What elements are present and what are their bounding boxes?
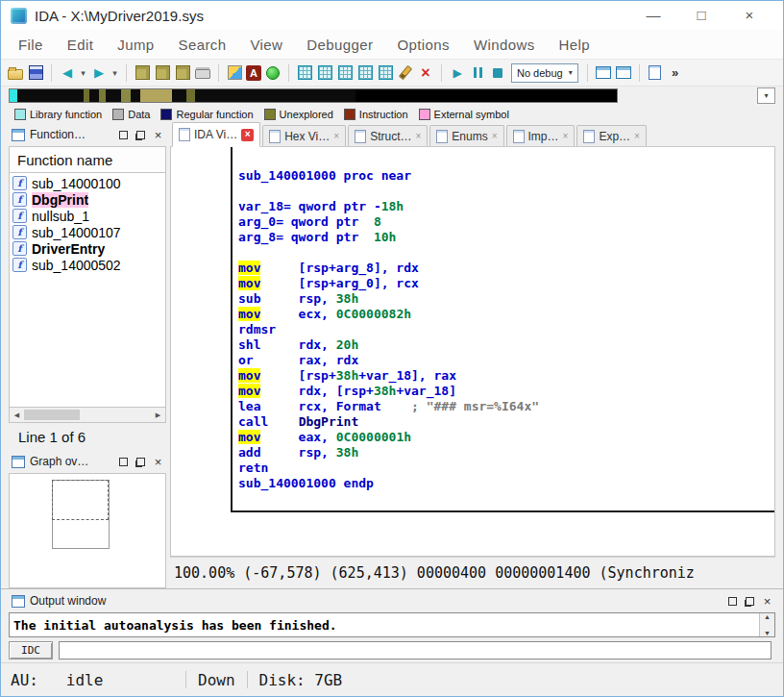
- print-icon[interactable]: [194, 64, 211, 82]
- close-button[interactable]: ×: [725, 1, 773, 30]
- idc-button[interactable]: IDC: [9, 641, 53, 660]
- scroll-thumb[interactable]: [24, 410, 80, 420]
- graph-overview-page[interactable]: [52, 480, 110, 549]
- close-icon[interactable]: ×: [153, 130, 163, 140]
- dock-icon[interactable]: [118, 457, 129, 467]
- disassembly-line[interactable]: [238, 245, 539, 261]
- disassembly-line[interactable]: arg_0= qword ptr 8: [238, 214, 539, 230]
- debugger-window-icon[interactable]: [595, 64, 612, 82]
- close-icon[interactable]: ×: [563, 131, 569, 142]
- disassembly-line[interactable]: rdmsr: [238, 322, 539, 337]
- open-enums-icon[interactable]: [336, 64, 354, 82]
- disassembly-line[interactable]: arg_8= qword ptr 10h: [238, 230, 539, 245]
- open-imports-icon[interactable]: [356, 64, 374, 82]
- open-structures-icon[interactable]: [316, 64, 333, 82]
- idc-input[interactable]: [59, 641, 772, 660]
- scroll-up-icon[interactable]: ▲: [764, 613, 771, 620]
- open-file-icon[interactable]: [7, 64, 24, 82]
- disassembly-line[interactable]: call DbgPrint: [238, 414, 539, 430]
- stop-debugger-icon[interactable]: [489, 64, 506, 82]
- color-instruction-icon[interactable]: [226, 64, 243, 82]
- scroll-right-icon[interactable]: ▶: [151, 408, 165, 422]
- scroll-left-icon[interactable]: ◀: [10, 408, 24, 422]
- tab-hexvi[interactable]: Hex Vi…×: [262, 125, 346, 146]
- close-icon[interactable]: ×: [634, 131, 640, 142]
- disassembly-line[interactable]: sub_140001000 proc near: [238, 168, 539, 184]
- menu-item-windows[interactable]: Windows: [474, 37, 535, 53]
- notepad-icon[interactable]: [647, 64, 664, 82]
- function-row[interactable]: fsub_14000502: [10, 257, 165, 273]
- close-icon[interactable]: ×: [492, 131, 498, 142]
- open-hex-view-icon[interactable]: [296, 64, 313, 82]
- disassembly-line[interactable]: mov [rsp+arg_8], rdx: [238, 261, 539, 276]
- graph-overview-viewport[interactable]: [52, 480, 109, 520]
- start-debugger-icon[interactable]: ▶: [449, 64, 466, 82]
- maximize-button[interactable]: □: [677, 1, 725, 30]
- function-row[interactable]: fDriverEntry: [10, 240, 165, 257]
- debugger-selector[interactable]: No debug▾: [511, 63, 578, 83]
- pause-debugger-icon[interactable]: [469, 64, 486, 82]
- toolbar-overflow-icon[interactable]: »: [667, 64, 684, 82]
- menu-item-edit[interactable]: Edit: [67, 37, 93, 53]
- tab-enums[interactable]: Enums×: [429, 125, 503, 146]
- output-log[interactable]: The initial autoanalysis has been finish…: [9, 612, 775, 637]
- menu-item-debugger[interactable]: Debugger: [306, 37, 373, 53]
- close-icon[interactable]: ×: [153, 457, 163, 467]
- analysis-indicator-icon[interactable]: [264, 64, 282, 82]
- function-row[interactable]: fsub_14000107: [10, 224, 165, 240]
- jump-to-address-icon[interactable]: [154, 64, 171, 82]
- disassembly-line[interactable]: mov ecx, 0C0000082h: [238, 307, 539, 322]
- disassembly-line[interactable]: mov rdx, [rsp+38h+var_18]: [238, 384, 539, 399]
- float-icon[interactable]: [135, 457, 146, 467]
- tab-struct[interactable]: Struct…×: [348, 125, 428, 146]
- function-list-column-header[interactable]: Function name: [9, 146, 166, 173]
- disassembly-line[interactable]: mov [rsp+38h+var_18], rax: [238, 368, 539, 384]
- cancel-icon[interactable]: ×: [417, 64, 434, 82]
- menu-item-help[interactable]: Help: [559, 37, 590, 53]
- save-file-icon[interactable]: [27, 64, 44, 82]
- dock-icon[interactable]: [727, 596, 738, 607]
- menu-item-file[interactable]: File: [18, 37, 43, 53]
- dock-icon[interactable]: [118, 130, 129, 140]
- navigation-band[interactable]: [9, 88, 618, 103]
- open-exports-icon[interactable]: [377, 64, 394, 82]
- tab-imp[interactable]: Imp…×: [506, 125, 576, 146]
- tab-idavi[interactable]: IDA Vi…×: [172, 122, 260, 147]
- function-row[interactable]: fDbgPrint: [10, 191, 165, 208]
- disassembly-line[interactable]: or rax, rdx: [238, 353, 539, 368]
- menu-item-view[interactable]: View: [250, 37, 282, 53]
- disassembly-line[interactable]: lea rcx, Format ; "### msr=%I64x": [238, 399, 539, 414]
- function-row[interactable]: fsub_14000100: [10, 175, 165, 191]
- menu-item-search[interactable]: Search: [179, 37, 227, 53]
- disassembly-line[interactable]: mov eax, 0C0000001h: [238, 430, 539, 445]
- scroll-down-icon[interactable]: ▼: [764, 630, 771, 636]
- output-scrollbar[interactable]: ▲ ▼: [759, 613, 774, 636]
- close-icon[interactable]: ×: [415, 131, 421, 142]
- jump-to-segment-icon[interactable]: [174, 64, 191, 82]
- text-view-icon[interactable]: A: [246, 65, 261, 81]
- tab-exp[interactable]: Exp…×: [576, 125, 647, 146]
- disassembly-line[interactable]: mov [rsp+arg_0], rcx: [238, 276, 539, 291]
- navband-dropdown-icon[interactable]: ▾: [757, 87, 775, 104]
- disassembly-line[interactable]: [238, 184, 539, 199]
- menu-item-options[interactable]: Options: [397, 37, 450, 53]
- edit-comment-icon[interactable]: [397, 64, 414, 82]
- disassembly-line[interactable]: shl rdx, 20h: [238, 337, 539, 353]
- function-list-hscrollbar[interactable]: ◀ ▶: [9, 408, 166, 423]
- disassembly-view[interactable]: sub_140001000 proc near var_18= qword pt…: [170, 147, 775, 557]
- disassembly-line[interactable]: sub_140001000 endp: [238, 476, 539, 491]
- disassembly-line[interactable]: var_18= qword ptr -18h: [238, 199, 539, 214]
- debugger-options-icon[interactable]: [615, 64, 632, 82]
- disassembly-line[interactable]: retn: [238, 461, 539, 476]
- disassembly-line[interactable]: add rsp, 38h: [238, 445, 539, 461]
- float-icon[interactable]: [135, 130, 146, 140]
- close-icon[interactable]: ×: [762, 596, 772, 607]
- jump-by-name-icon[interactable]: [134, 64, 151, 82]
- navigate-back-icon[interactable]: ◀: [59, 64, 76, 82]
- disassembly-line[interactable]: sub rsp, 38h: [238, 291, 539, 307]
- navigate-forward-icon[interactable]: ▶: [90, 64, 108, 82]
- float-icon[interactable]: [745, 596, 755, 607]
- menu-item-jump[interactable]: Jump: [117, 37, 154, 53]
- close-icon[interactable]: ×: [333, 131, 339, 142]
- function-row[interactable]: fnullsub_1: [10, 208, 165, 224]
